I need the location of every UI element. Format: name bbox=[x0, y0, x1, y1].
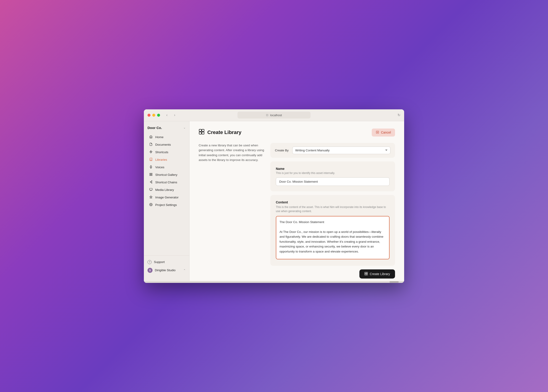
sidebar-nav: Home Documents Shortcuts bbox=[144, 133, 189, 253]
sidebar-item-shortcut-gallery[interactable]: Shortcut Gallery bbox=[145, 171, 188, 179]
sidebar-item-home[interactable]: Home bbox=[145, 133, 188, 141]
sidebar: Door Co. ⌄ Home Documents bbox=[144, 121, 190, 281]
svg-line-11 bbox=[151, 182, 151, 183]
create-by-row: Create By Writing Content Manually Uploa… bbox=[270, 143, 395, 158]
titlebar: ‹ › ⊡ localhost ↻ bbox=[144, 109, 404, 121]
svg-rect-4 bbox=[151, 173, 152, 174]
name-hint: This is just for you to identify this as… bbox=[276, 171, 390, 175]
form-left: Create a new library that can be used wh… bbox=[199, 143, 265, 168]
shortcut-chains-icon bbox=[149, 180, 153, 184]
create-library-icon bbox=[365, 272, 368, 276]
back-button[interactable]: ‹ bbox=[164, 112, 170, 118]
svg-rect-17 bbox=[202, 132, 204, 134]
page-title-area: Create Library bbox=[199, 129, 241, 136]
support-icon: ? bbox=[148, 260, 152, 264]
home-label: Home bbox=[155, 135, 163, 139]
create-by-select[interactable]: Writing Content Manually Uploading a Fil… bbox=[292, 147, 390, 154]
sidebar-item-voices[interactable]: Voices bbox=[145, 163, 188, 171]
maximize-button[interactable] bbox=[157, 114, 160, 117]
sidebar-item-libraries[interactable]: Libraries bbox=[145, 156, 188, 163]
create-library-button[interactable]: Create Library bbox=[359, 269, 395, 279]
svg-point-13 bbox=[150, 204, 151, 205]
sidebar-item-media-library[interactable]: Media Library bbox=[145, 186, 188, 194]
sidebar-item-shortcut-chains[interactable]: Shortcut Chains bbox=[145, 179, 188, 186]
sidebar-footer: ? Support S Dirigible Studio ⌃ bbox=[144, 255, 189, 277]
shortcuts-icon bbox=[149, 150, 153, 154]
documents-icon bbox=[149, 143, 153, 147]
shortcut-gallery-icon bbox=[149, 173, 153, 177]
content-hint: This is the content of the asset. This i… bbox=[276, 205, 390, 213]
name-label: Name bbox=[276, 167, 390, 171]
minimize-button[interactable] bbox=[152, 114, 155, 117]
refresh-button[interactable]: ↻ bbox=[398, 113, 400, 117]
documents-label: Documents bbox=[155, 143, 171, 146]
voices-label: Voices bbox=[155, 166, 164, 169]
forward-button[interactable]: › bbox=[171, 112, 178, 118]
sidebar-item-image-generator[interactable]: Image Generator bbox=[145, 194, 188, 201]
svg-marker-0 bbox=[150, 150, 152, 153]
svg-rect-6 bbox=[151, 175, 152, 175]
content-textarea[interactable]: The Door Co. Mission Statement At The Do… bbox=[276, 216, 390, 259]
shortcut-gallery-label: Shortcut Gallery bbox=[155, 173, 177, 176]
name-field-card: Name This is just for you to identify th… bbox=[270, 161, 395, 191]
form-actions: Create Library bbox=[270, 269, 395, 279]
support-item[interactable]: ? Support bbox=[144, 258, 189, 266]
page-header: Create Library Cancel bbox=[199, 129, 395, 137]
workspace-expand-icon: ⌃ bbox=[183, 269, 186, 272]
workspace-item[interactable]: S Dirigible Studio ⌃ bbox=[144, 266, 189, 275]
media-library-label: Media Library bbox=[155, 188, 174, 192]
svg-point-8 bbox=[151, 181, 152, 182]
svg-rect-24 bbox=[366, 274, 368, 275]
svg-rect-12 bbox=[150, 188, 152, 190]
sidebar-item-project-settings[interactable]: Project Settings bbox=[145, 201, 188, 209]
workspace-left: S Dirigible Studio bbox=[148, 268, 176, 273]
cancel-button[interactable]: Cancel bbox=[372, 129, 395, 137]
url-text: localhost bbox=[270, 113, 282, 117]
scrollbar[interactable] bbox=[144, 281, 404, 283]
image-generator-icon bbox=[149, 196, 153, 199]
svg-rect-22 bbox=[366, 272, 368, 273]
main-content: Create Library Cancel Create a new libra… bbox=[190, 121, 404, 281]
svg-rect-3 bbox=[150, 173, 151, 174]
cancel-label: Cancel bbox=[381, 131, 391, 134]
svg-rect-14 bbox=[199, 129, 201, 132]
sidebar-header: Door Co. ⌄ bbox=[144, 125, 189, 133]
voices-icon bbox=[149, 165, 153, 169]
media-library-icon bbox=[149, 188, 153, 192]
svg-rect-5 bbox=[150, 175, 151, 175]
shortcut-chains-label: Shortcut Chains bbox=[155, 181, 177, 184]
traffic-lights bbox=[148, 114, 160, 117]
name-input[interactable] bbox=[276, 177, 390, 186]
url-bar[interactable]: ⊡ localhost bbox=[238, 112, 310, 119]
content-label: Content bbox=[276, 200, 390, 204]
libraries-label: Libraries bbox=[155, 158, 167, 161]
close-button[interactable] bbox=[148, 114, 150, 117]
image-generator-label: Image Generator bbox=[155, 196, 179, 199]
create-library-label: Create Library bbox=[370, 272, 390, 276]
form-intro-text: Create a new library that can be used wh… bbox=[199, 143, 265, 162]
sidebar-item-documents[interactable]: Documents bbox=[145, 141, 188, 148]
scrollbar-thumb[interactable] bbox=[390, 281, 399, 283]
libraries-icon bbox=[149, 158, 153, 162]
svg-rect-16 bbox=[199, 132, 201, 134]
nav-buttons: ‹ › bbox=[164, 112, 178, 118]
project-settings-label: Project Settings bbox=[155, 203, 177, 207]
svg-rect-15 bbox=[202, 129, 204, 132]
app-body: Door Co. ⌄ Home Documents bbox=[144, 121, 404, 281]
cancel-icon bbox=[376, 131, 379, 134]
workspace-avatar: S bbox=[148, 268, 153, 273]
support-label: Support bbox=[154, 260, 165, 264]
project-settings-icon bbox=[149, 203, 153, 207]
svg-point-9 bbox=[151, 182, 152, 183]
svg-point-7 bbox=[150, 182, 151, 182]
page-title-icon bbox=[199, 129, 204, 136]
sidebar-chevron-icon: ⌄ bbox=[183, 126, 186, 129]
sidebar-item-shortcuts[interactable]: Shortcuts bbox=[145, 148, 188, 156]
workspace-name: Dirigible Studio bbox=[155, 268, 176, 272]
page-title: Create Library bbox=[207, 129, 241, 135]
form-right: Create By Writing Content Manually Uploa… bbox=[270, 143, 395, 279]
shortcuts-label: Shortcuts bbox=[155, 150, 168, 154]
create-by-label: Create By bbox=[275, 149, 289, 152]
app-window: ‹ › ⊡ localhost ↻ Door Co. ⌄ Home bbox=[144, 109, 404, 283]
sidebar-title: Door Co. bbox=[148, 126, 162, 130]
